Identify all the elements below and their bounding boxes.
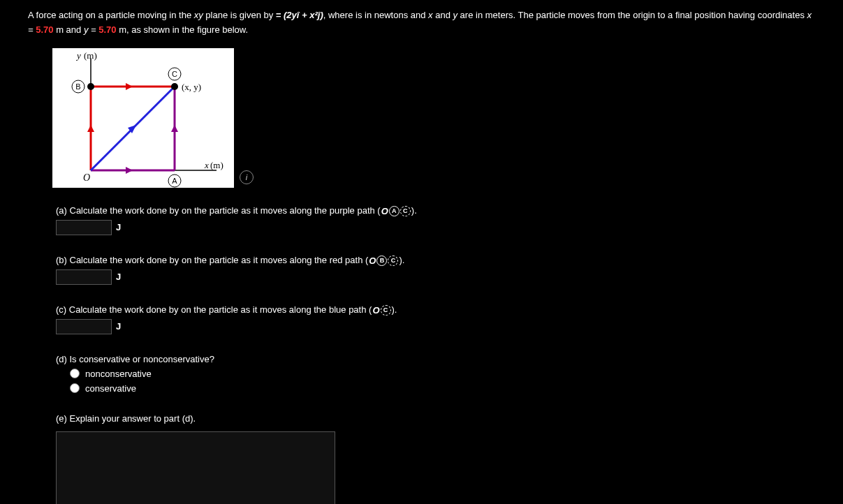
svg-text:B: B — [75, 82, 80, 91]
path-obc: OBC — [369, 255, 398, 266]
svg-text:A: A — [172, 177, 177, 185]
x-value: 5.70 — [36, 24, 53, 35]
answer-b-input[interactable] — [56, 269, 112, 285]
svg-marker-7 — [126, 167, 133, 174]
svg-text:O: O — [83, 172, 90, 183]
y-value: 5.70 — [98, 24, 116, 35]
svg-text:(m): (m) — [84, 50, 97, 61]
option-conservative: conservative — [85, 383, 136, 394]
part-d: (d) Is conservative or nonconservative? … — [56, 354, 815, 394]
svg-point-12 — [87, 83, 94, 90]
force-vector-expr: = (2yî + x²ĵ) — [276, 10, 323, 20]
svg-text:y: y — [75, 50, 81, 61]
svg-text:(x, y): (x, y) — [182, 82, 201, 92]
answer-e-textarea[interactable] — [56, 431, 335, 504]
part-c: (c) Calculate the work done by on the pa… — [56, 304, 815, 334]
answer-c-input[interactable] — [56, 319, 112, 334]
svg-point-13 — [171, 83, 178, 90]
unit-j: J — [116, 222, 121, 232]
svg-text:(m): (m) — [210, 160, 223, 170]
path-figure: B C A y (m) x (m) O (x, y) — [52, 48, 234, 188]
radio-nonconservative[interactable] — [70, 369, 80, 378]
unit-j: J — [116, 272, 121, 282]
svg-text:x: x — [204, 160, 209, 170]
svg-text:C: C — [172, 70, 177, 78]
svg-marker-9 — [171, 125, 178, 132]
svg-marker-5 — [126, 83, 133, 90]
unit-j: J — [116, 321, 121, 332]
radio-conservative[interactable] — [70, 383, 80, 393]
path-oac: OAC — [381, 206, 411, 216]
info-icon[interactable]: i — [240, 170, 254, 184]
part-a: (a) Calculate the work done by on the pa… — [56, 205, 815, 235]
part-e: (e) Explain your answer to part (d). — [56, 413, 815, 504]
path-oc: OC — [372, 305, 390, 316]
answer-a-input[interactable] — [56, 220, 112, 235]
option-nonconservative: nonconservative — [85, 369, 152, 379]
problem-statement: A force acting on a particle moving in t… — [28, 8, 815, 38]
part-b: (b) Calculate the work done by on the pa… — [56, 255, 815, 285]
svg-marker-3 — [87, 125, 94, 132]
